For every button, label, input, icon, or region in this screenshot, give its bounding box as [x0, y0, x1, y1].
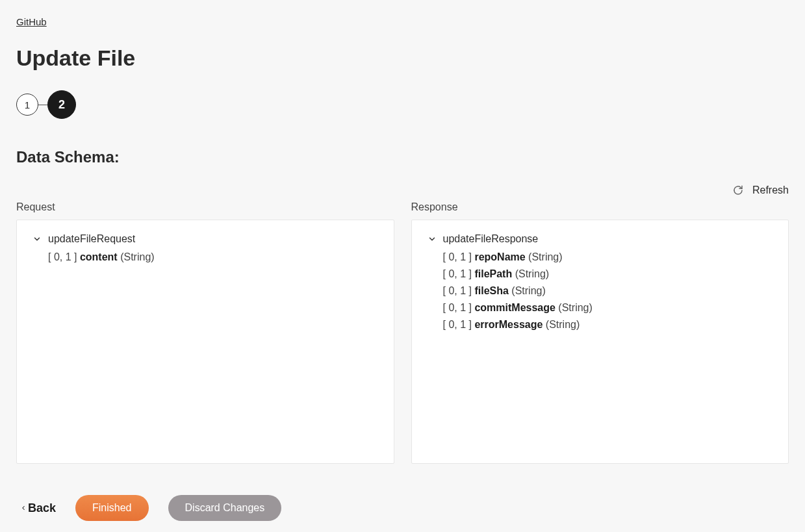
schema-field[interactable]: [ 0, 1 ] filePath (String) [443, 268, 773, 280]
footer-actions: Back Finished Discard Changes [16, 495, 789, 521]
chevron-left-icon [20, 503, 27, 513]
finished-button[interactable]: Finished [75, 495, 148, 521]
breadcrumb-github[interactable]: GitHub [16, 16, 47, 27]
request-root-label: updateFileRequest [48, 233, 135, 245]
chevron-down-icon [32, 234, 42, 244]
field-type: (String) [556, 302, 593, 313]
request-label: Request [16, 201, 394, 213]
schema-field[interactable]: [ 0, 1 ] fileSha (String) [443, 285, 773, 297]
field-cardinality: [ 0, 1 ] [48, 251, 80, 262]
refresh-icon [733, 185, 743, 196]
schema-field[interactable]: [ 0, 1 ] errorMessage (String) [443, 319, 773, 331]
schema-columns: Request updateFileRequest [ 0, 1 ] conte… [16, 201, 789, 464]
schema-field[interactable]: [ 0, 1 ] commitMessage (String) [443, 302, 773, 314]
back-label: Back [28, 501, 56, 515]
step-1[interactable]: 1 [16, 94, 38, 116]
field-name: errorMessage [474, 319, 543, 330]
stepper: 1 2 [16, 90, 789, 119]
field-cardinality: [ 0, 1 ] [443, 319, 475, 330]
field-name: commitMessage [474, 302, 556, 313]
field-name: filePath [474, 268, 512, 279]
back-button[interactable]: Back [20, 501, 56, 515]
response-fields: [ 0, 1 ] repoName (String)[ 0, 1 ] fileP… [443, 251, 773, 331]
field-type: (String) [512, 268, 549, 279]
request-fields: [ 0, 1 ] content (String) [48, 251, 378, 263]
section-title-data-schema: Data Schema: [16, 148, 789, 166]
field-name: repoName [474, 251, 525, 262]
request-root-node[interactable]: updateFileRequest [32, 233, 378, 245]
field-type: (String) [526, 251, 563, 262]
response-label: Response [411, 201, 789, 213]
field-name: fileSha [474, 285, 508, 296]
field-name: content [80, 251, 118, 262]
request-column: Request updateFileRequest [ 0, 1 ] conte… [16, 201, 394, 464]
schema-field[interactable]: [ 0, 1 ] repoName (String) [443, 251, 773, 263]
field-cardinality: [ 0, 1 ] [443, 302, 475, 313]
discard-changes-button[interactable]: Discard Changes [168, 495, 282, 521]
step-2[interactable]: 2 [47, 90, 76, 119]
field-cardinality: [ 0, 1 ] [443, 268, 475, 279]
field-type: (String) [509, 285, 546, 296]
field-cardinality: [ 0, 1 ] [443, 285, 475, 296]
request-schema-box: updateFileRequest [ 0, 1 ] content (Stri… [16, 220, 394, 464]
response-root-label: updateFileResponse [443, 233, 539, 245]
schema-field[interactable]: [ 0, 1 ] content (String) [48, 251, 378, 263]
field-cardinality: [ 0, 1 ] [443, 251, 475, 262]
field-type: (String) [118, 251, 155, 262]
page-title: Update File [16, 45, 789, 71]
field-type: (String) [543, 319, 580, 330]
refresh-button[interactable]: Refresh [16, 184, 789, 196]
step-connector [38, 105, 47, 105]
refresh-label: Refresh [752, 184, 789, 196]
response-column: Response updateFileResponse [ 0, 1 ] rep… [411, 201, 789, 464]
response-schema-box: updateFileResponse [ 0, 1 ] repoName (St… [411, 220, 789, 464]
chevron-down-icon [428, 234, 437, 244]
response-root-node[interactable]: updateFileResponse [428, 233, 773, 245]
